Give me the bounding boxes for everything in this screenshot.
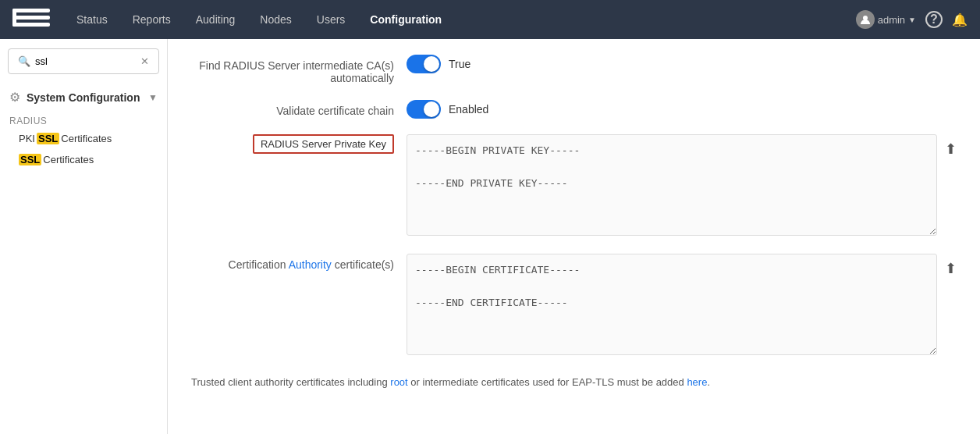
svg-rect-0 — [12, 9, 50, 12]
cert-authority-suffix: certificate(s) — [332, 258, 394, 271]
radius-group-label: RADIUS — [0, 111, 167, 128]
top-navigation: Status Reports Auditing Nodes Users Conf… — [0, 0, 980, 39]
cert-authority-textarea[interactable]: -----BEGIN CERTIFICATE----- -----END CER… — [407, 254, 937, 355]
nav-nodes[interactable]: Nodes — [249, 0, 302, 39]
cert-authority-label: Certification Authority certificate(s) — [191, 254, 394, 271]
search-container[interactable]: 🔍 ✕ — [8, 48, 159, 74]
certificates-suffix-1: Certificates — [61, 133, 112, 144]
user-label: admin — [878, 14, 905, 26]
svg-rect-2 — [12, 23, 50, 27]
page-layout: 🔍 ✕ ⚙ System Configuration ▼ RADIUS PKI … — [0, 39, 980, 434]
chevron-down-icon: ▼ — [148, 92, 158, 103]
certificates-suffix-2: Certificates — [43, 154, 94, 165]
app-logo — [12, 5, 50, 34]
find-radius-ca-toggle-label: True — [449, 58, 470, 70]
avatar — [856, 10, 875, 29]
search-icon: 🔍 — [18, 55, 30, 67]
private-key-upload-icon[interactable]: ⬆ — [945, 141, 957, 158]
nav-configuration[interactable]: Configuration — [359, 0, 453, 39]
sidebar-item-pki-ssl-certificates[interactable]: PKI SSL Certificates — [0, 128, 167, 149]
cert-authority-link[interactable]: Authority — [289, 258, 332, 271]
toggle-knob-2 — [424, 101, 439, 117]
nav-links: Status Reports Auditing Nodes Users Conf… — [66, 0, 856, 39]
pki-prefix: PKI — [19, 133, 35, 144]
bottom-note: Trusted client authority certificates in… — [191, 373, 957, 388]
ssl-highlight-1: SSL — [37, 133, 59, 144]
private-key-textarea-wrapper: -----BEGIN PRIVATE KEY----- -----END PRI… — [407, 134, 937, 238]
bottom-note-prefix: Trusted client authority certificates in… — [191, 376, 390, 388]
cert-authority-row: Certification Authority certificate(s) -… — [191, 254, 957, 358]
bottom-note-suffix: . — [707, 376, 710, 388]
user-chevron-icon: ▼ — [908, 16, 916, 24]
gear-icon: ⚙ — [9, 90, 20, 105]
notifications-icon[interactable]: 🔔 — [952, 12, 968, 27]
find-radius-ca-label: Find RADIUS Server intermediate CA(s) au… — [191, 55, 394, 84]
cert-authority-upload-icon[interactable]: ⬆ — [945, 260, 957, 277]
svg-rect-3 — [12, 9, 16, 27]
user-menu[interactable]: admin ▼ — [856, 10, 916, 29]
sidebar-section-label: System Configuration — [27, 91, 142, 104]
private-key-textarea[interactable]: -----BEGIN PRIVATE KEY----- -----END PRI… — [407, 134, 937, 236]
find-radius-ca-toggle[interactable] — [407, 55, 441, 73]
search-input[interactable] — [35, 55, 140, 67]
main-content: Find RADIUS Server intermediate CA(s) au… — [168, 39, 980, 434]
find-radius-ca-control: True — [407, 55, 957, 73]
cert-authority-control: -----BEGIN CERTIFICATE----- -----END CER… — [407, 254, 957, 358]
validate-cert-chain-toggle[interactable] — [407, 100, 441, 119]
toggle-knob — [424, 56, 439, 72]
validate-cert-chain-row: Validate certificate chain Enabled — [191, 100, 957, 119]
private-key-row: RADIUS Server Private Key -----BEGIN PRI… — [191, 134, 957, 238]
bottom-note-root-link[interactable]: root — [390, 376, 407, 388]
bottom-note-here-link[interactable]: here — [687, 376, 707, 388]
sidebar: 🔍 ✕ ⚙ System Configuration ▼ RADIUS PKI … — [0, 39, 168, 434]
system-configuration-section[interactable]: ⚙ System Configuration ▼ — [0, 84, 167, 111]
help-icon[interactable]: ? — [925, 11, 943, 28]
sidebar-item-ssl-certificates[interactable]: SSL Certificates — [0, 149, 167, 170]
ssl-highlight-2: SSL — [19, 154, 41, 165]
nav-status[interactable]: Status — [66, 0, 119, 39]
svg-rect-1 — [12, 16, 50, 20]
cert-authority-textarea-wrapper: -----BEGIN CERTIFICATE----- -----END CER… — [407, 254, 937, 358]
topnav-right: admin ▼ ? 🔔 — [856, 10, 968, 29]
private-key-label-box: RADIUS Server Private Key — [253, 134, 394, 154]
cert-authority-prefix: Certification — [229, 258, 289, 271]
nav-auditing[interactable]: Auditing — [185, 0, 247, 39]
nav-reports[interactable]: Reports — [122, 0, 182, 39]
bottom-note-middle: or intermediate certificates used for EA… — [408, 376, 687, 388]
validate-cert-chain-control: Enabled — [407, 100, 957, 119]
find-radius-ca-row: Find RADIUS Server intermediate CA(s) au… — [191, 55, 957, 84]
validate-cert-chain-toggle-label: Enabled — [449, 103, 488, 116]
validate-cert-chain-label: Validate certificate chain — [191, 100, 394, 117]
search-clear-icon[interactable]: ✕ — [140, 55, 149, 67]
private-key-control: -----BEGIN PRIVATE KEY----- -----END PRI… — [407, 134, 957, 238]
nav-users[interactable]: Users — [306, 0, 357, 39]
private-key-label-area: RADIUS Server Private Key — [191, 134, 394, 157]
